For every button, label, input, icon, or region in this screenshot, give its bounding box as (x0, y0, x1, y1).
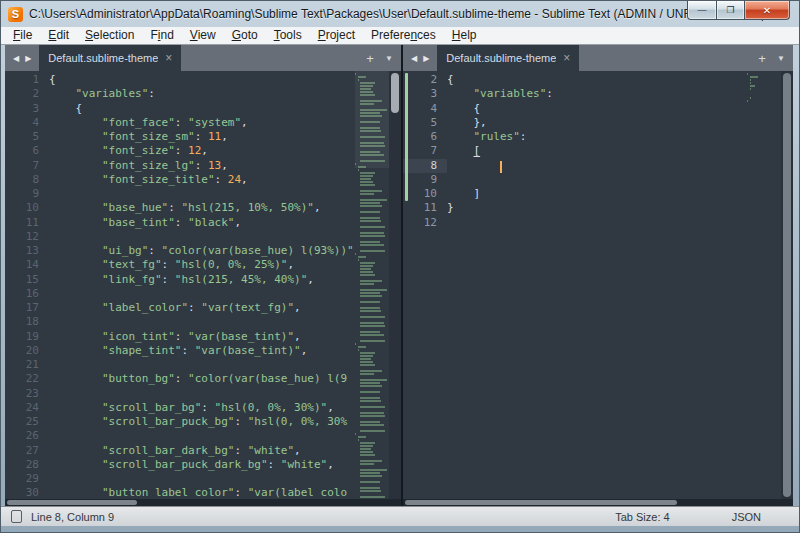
code-line[interactable]: { (447, 73, 747, 87)
minimap-right[interactable] (747, 71, 781, 499)
prev-tab-icon[interactable]: ◀ (10, 54, 22, 63)
status-tab-size[interactable]: Tab Size: 4 (615, 511, 669, 523)
menu-item-preferences[interactable]: Preferences (363, 27, 444, 44)
line-number: 18 (5, 315, 49, 329)
editor-right[interactable]: 23456789101112 { "variables": { }, "rule… (403, 71, 793, 499)
vertical-scrollbar-right[interactable] (781, 71, 793, 499)
code-line[interactable]: "font_face": "system", (49, 116, 355, 130)
minimap-left[interactable] (355, 71, 389, 499)
horizontal-scrollbar-right[interactable] (403, 499, 793, 506)
menu-item-selection[interactable]: Selection (77, 27, 142, 44)
code-line[interactable]: "font_size_title": 24, (49, 173, 355, 187)
code-line[interactable]: "rules": (447, 130, 747, 144)
tab-overflow-button[interactable]: ▼ (379, 45, 399, 71)
minimap-viewport[interactable] (355, 71, 389, 168)
line-number: 23 (5, 387, 49, 401)
code-line[interactable]: ] (447, 187, 747, 201)
tab-label: Default.sublime-theme (48, 52, 158, 64)
code-line[interactable]: "shape_tint": "var(base_tint)", (49, 344, 355, 358)
code-line[interactable]: "base_tint": "black", (49, 216, 355, 230)
code-line[interactable]: { (49, 73, 355, 87)
line-number: 5 (403, 116, 447, 130)
scrollbar-puck[interactable] (391, 73, 399, 113)
tab-default-sublime-theme[interactable]: Default.sublime-theme × (39, 45, 181, 71)
code-line[interactable]: "font_size": 12, (49, 144, 355, 158)
next-tab-icon[interactable]: ▶ (22, 54, 34, 63)
code-line[interactable]: "scroll_bar_puck_bg": "hsl(0, 0%, 30% (49, 415, 355, 429)
code-line[interactable]: "font_size_lg": 13, (49, 159, 355, 173)
pane-right: ◀ ▶ Default.sublime-theme × + ▼ 23456789… (401, 45, 793, 506)
menu-item-find[interactable]: Find (142, 27, 181, 44)
status-right: Tab Size: 4 JSON (615, 511, 789, 523)
tab-nav-left: ◀ ▶ (5, 45, 39, 71)
tab-close-icon[interactable]: × (563, 52, 570, 64)
prev-tab-icon[interactable]: ◀ (408, 54, 420, 63)
tab-close-icon[interactable]: × (165, 52, 172, 64)
new-tab-button[interactable]: + (753, 45, 771, 71)
code-line[interactable]: "button label color": "var(label colo (49, 486, 355, 499)
code-line[interactable] (447, 159, 747, 173)
status-mode-icon[interactable] (11, 510, 22, 523)
menu-item-tools[interactable]: Tools (266, 27, 310, 44)
gutter-left: 1234567891011121314151617181920212223242… (5, 71, 49, 499)
line-number: 6 (5, 144, 49, 158)
new-tab-button[interactable]: + (361, 45, 379, 71)
menu-item-edit[interactable]: Edit (40, 27, 77, 44)
code-line[interactable]: "scroll_bar_dark_bg": "white", (49, 444, 355, 458)
scrollbar-puck[interactable] (783, 73, 791, 497)
line-number: 25 (5, 415, 49, 429)
code-line[interactable] (49, 187, 355, 201)
menu-item-view[interactable]: View (182, 27, 224, 44)
scrollbar-puck[interactable] (7, 500, 137, 505)
editor-left[interactable]: 1234567891011121314151617181920212223242… (5, 71, 401, 499)
status-syntax[interactable]: JSON (732, 511, 761, 523)
code-line[interactable]: "label_color": "var(text_fg)", (49, 301, 355, 315)
code-line[interactable] (49, 287, 355, 301)
code-line[interactable] (49, 387, 355, 401)
code-line[interactable] (49, 472, 355, 486)
code-line[interactable] (49, 358, 355, 372)
minimize-button[interactable]: — (687, 1, 716, 20)
code-line[interactable]: } (447, 201, 747, 215)
menu-item-file[interactable]: File (5, 27, 40, 44)
code-line[interactable]: "ui_bg": "color(var(base_hue) l(93%))", (49, 244, 355, 258)
code-line[interactable]: "variables": (447, 87, 747, 101)
code-line[interactable]: "link_fg": "hsl(215, 45%, 40%)", (49, 273, 355, 287)
code-line[interactable]: "base_hue": "hsl(215, 10%, 50%)", (49, 201, 355, 215)
line-number: 30 (5, 486, 49, 499)
code-line[interactable] (447, 216, 747, 230)
code-line[interactable] (49, 230, 355, 244)
tab-default-sublime-theme[interactable]: Default.sublime-theme × (437, 45, 579, 71)
vertical-scrollbar-left[interactable] (389, 71, 401, 499)
code-area-right[interactable]: { "variables": { }, "rules": [ ]} (447, 71, 747, 499)
menu-item-goto[interactable]: Goto (224, 27, 266, 44)
code-line[interactable]: "button_bg": "color(var(base_hue) l(9 (49, 372, 355, 386)
app-icon: S (8, 7, 23, 22)
code-line[interactable] (447, 173, 747, 187)
line-number: 28 (5, 458, 49, 472)
maximize-button[interactable]: ❐ (716, 1, 745, 20)
next-tab-icon[interactable]: ▶ (420, 54, 432, 63)
scrollbar-puck[interactable] (405, 500, 677, 505)
code-line[interactable]: [ (447, 144, 747, 158)
tab-overflow-button[interactable]: ▼ (771, 45, 791, 71)
code-line[interactable]: { (49, 102, 355, 116)
code-line[interactable]: { (447, 102, 747, 116)
code-line[interactable]: "scroll_bar_bg": "hsl(0, 0%, 30%)", (49, 401, 355, 415)
line-number: 9 (5, 187, 49, 201)
menu-item-project[interactable]: Project (310, 27, 363, 44)
code-line[interactable] (49, 315, 355, 329)
code-line[interactable]: "scroll_bar_puck_dark_bg": "white", (49, 458, 355, 472)
code-area-left[interactable]: { "variables": { "font_face": "system", … (49, 71, 355, 499)
titlebar[interactable]: S C:\Users\Administrator\AppData\Roaming… (1, 1, 799, 27)
code-line[interactable]: "font_size_sm": 11, (49, 130, 355, 144)
code-line[interactable]: "variables": (49, 87, 355, 101)
horizontal-scrollbar-left[interactable] (5, 499, 401, 506)
line-number: 4 (5, 116, 49, 130)
code-line[interactable] (49, 429, 355, 443)
close-button[interactable]: ✕ (745, 1, 790, 20)
code-line[interactable]: "icon_tint": "var(base_tint)", (49, 330, 355, 344)
code-line[interactable]: "text_fg": "hsl(0, 0%, 25%)", (49, 258, 355, 272)
menu-item-help[interactable]: Help (444, 27, 485, 44)
code-line[interactable]: }, (447, 116, 747, 130)
